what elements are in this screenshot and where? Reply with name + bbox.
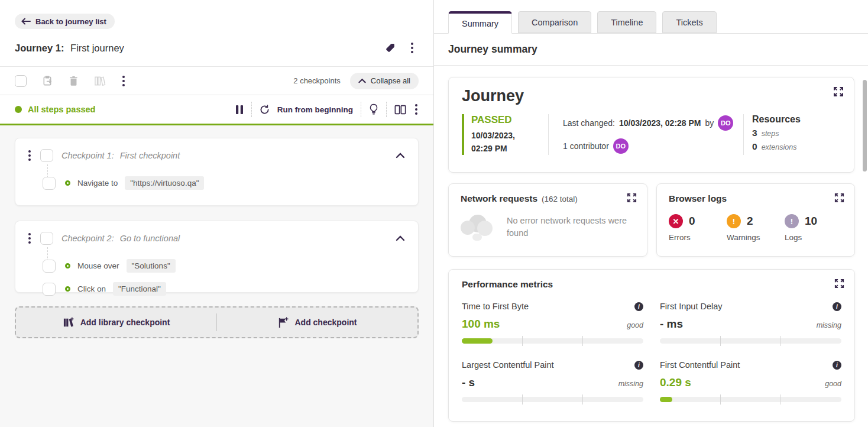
status-dot-icon [15,106,22,113]
last-changed-label: Last changed: [563,118,615,128]
metric-bar-fill [462,338,493,344]
metric-bar [660,397,841,402]
arrow-left-icon [21,18,31,25]
expand-icon[interactable] [834,192,845,203]
error-icon: ✕ [669,214,683,228]
extensions-count: 0 [752,141,757,152]
metric-qualifier: good [825,380,841,388]
checkpoint-card-2: Checkpoint 2: Go to functional Mouse ove… [15,221,419,293]
step-action: Mouse over [77,261,119,270]
step-status-icon [65,263,70,269]
tab-tickets[interactable]: Tickets [662,11,716,33]
metric-bar-fill [660,397,672,402]
metric-largest-contentful-paint: Largest Contentful Paint i - s missing [462,360,643,402]
metric-name: Time to First Byte [462,302,529,311]
scrollbar[interactable] [863,80,867,172]
checkpoint-checkbox[interactable] [40,232,53,245]
summary-heading: Journey summary [448,43,537,56]
metric-bar [462,338,643,344]
tab-timeline[interactable]: Timeline [597,11,656,33]
library-plus-icon [63,317,75,328]
errors-stat: ✕ 0 Errors [669,214,727,242]
step-status-icon [65,180,70,186]
step-target-chip[interactable]: "Solutions" [127,259,176,273]
run-from-beginning-button[interactable]: Run from beginning [277,105,353,114]
collapse-all-label: Collapse all [371,76,410,85]
summary-content: Journey PASSED 10/03/2023, 02:29 PM Last… [434,66,868,427]
metric-qualifier: good [627,321,643,329]
collapse-checkpoint-icon[interactable] [396,153,405,158]
checkpoint-label: Checkpoint 2: [61,234,114,243]
step-row[interactable]: Navigate to "https://virtuoso.qa" [43,176,405,190]
journey-menu-icon[interactable] [410,41,414,54]
summary-tabs: Summary Comparison Timeline Tickets [434,0,868,34]
flag-plus-icon [277,317,289,328]
browser-logs-title: Browser logs [669,193,727,204]
network-requests-card: Network requests (162 total) No error ne… [448,183,647,257]
tab-summary[interactable]: Summary [448,11,512,34]
split-view-icon[interactable] [394,105,406,115]
tag-icon[interactable] [385,43,396,53]
info-icon[interactable]: i [634,361,643,370]
checkpoint-name: First checkpoint [120,151,180,160]
status-menu-icon[interactable] [414,103,419,116]
metric-first-contentful-paint: First Contentful Paint i 0.29 s good [660,360,841,402]
tab-label: Tickets [676,18,702,27]
library-icon[interactable] [94,76,106,86]
toolbar-menu-icon[interactable] [121,75,126,88]
info-icon[interactable]: i [634,302,643,311]
add-library-checkpoint-label: Add library checkpoint [80,318,170,327]
step-target-chip[interactable]: "Functional" [113,282,166,296]
expand-icon[interactable] [834,278,845,289]
back-button-label: Back to journey list [35,17,106,26]
add-library-checkpoint-button[interactable]: Add library checkpoint [16,308,216,337]
step-row[interactable]: Click on "Functional" [43,282,405,296]
checkpoint-name: Go to functional [120,234,180,243]
extensions-label: extensions [762,143,797,151]
resources-title: Resources [752,114,841,125]
metric-bar [660,338,841,344]
avatar[interactable]: DO [718,115,733,131]
metric-time-to-first-byte: Time to First Byte i 100 ms good [462,302,643,344]
journey-name: First journey [70,43,124,53]
tab-comparison[interactable]: Comparison [518,11,591,33]
by-label: by [705,118,714,128]
checkpoint-drag-menu-icon[interactable] [27,149,32,162]
back-to-journey-list-button[interactable]: Back to journey list [15,14,115,29]
lightbulb-icon[interactable] [369,103,378,115]
network-card-title: Network requests [461,193,537,204]
collapse-checkpoint-icon[interactable] [396,235,405,241]
checkpoint-list: Checkpoint 1: First checkpoint Navigate … [0,125,433,427]
info-icon[interactable]: i [833,302,841,311]
info-icon[interactable]: i [833,361,841,370]
collapse-all-button[interactable]: Collapse all [350,73,419,89]
journey-card: Journey PASSED 10/03/2023, 02:29 PM Last… [448,77,854,173]
refresh-icon[interactable] [260,105,270,115]
step-checkbox[interactable] [43,283,56,296]
logs-label: Logs [785,233,843,242]
step-target-chip[interactable]: "https://virtuoso.qa" [125,176,204,190]
step-checkbox[interactable] [43,177,56,190]
checkpoint-checkbox[interactable] [40,149,53,162]
tab-label: Comparison [532,18,578,27]
step-checkbox[interactable] [43,260,56,273]
pause-icon[interactable] [235,105,244,115]
performance-metrics-title: Performance metrics [462,279,553,290]
paste-icon[interactable] [42,75,53,86]
expand-icon[interactable] [626,192,637,203]
expand-icon[interactable] [833,86,844,98]
journey-card-title: Journey [462,87,841,105]
journey-meta: Last changed: 10/03/2023, 02:28 PM by DO… [548,114,743,155]
browser-logs-card: Browser logs ✕ 0 Errors ! 2 Warnings [656,183,855,257]
select-all-checkbox[interactable] [15,75,27,87]
logs-stat: ! 10 Logs [785,214,843,242]
avatar[interactable]: DO [613,138,629,154]
add-checkpoint-area: Add library checkpoint Add checkpoint [15,306,419,338]
delete-icon[interactable] [69,76,79,86]
log-icon: ! [785,214,799,228]
step-row[interactable]: Mouse over "Solutions" [43,259,405,273]
metric-first-input-delay: First Input Delay i - ms missing [660,302,841,344]
add-checkpoint-button[interactable]: Add checkpoint [217,308,417,337]
checkpoint-drag-menu-icon[interactable] [27,232,32,245]
checkpoint-toolbar: 2 checkpoints Collapse all [0,66,433,95]
